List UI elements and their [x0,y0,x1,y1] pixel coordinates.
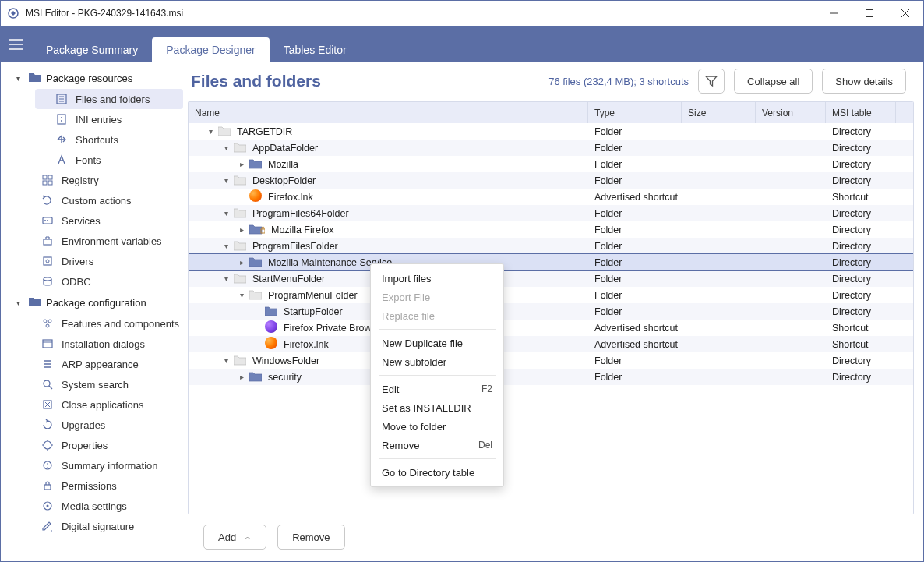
row-name: StartupFolder [284,306,343,317]
sidebar-item[interactable]: Registry [35,170,183,190]
hamburger-button[interactable] [1,26,32,62]
table-row[interactable]: Firefox.lnkAdvertised shortcutShortcut [189,336,913,352]
minimize-button[interactable] [816,1,852,26]
sidebar-item[interactable]: Properties [35,435,183,455]
maximize-button[interactable] [852,1,887,26]
tree-chevron[interactable]: ▾ [206,127,215,136]
row-icon [265,320,277,335]
tree-chevron[interactable]: ▾ [237,291,246,299]
sidebar-item[interactable]: ARP appearance [35,354,183,374]
tree-chevron[interactable]: ▸ [237,160,246,168]
row-icon [218,126,231,136]
column-type[interactable]: Type [588,102,682,123]
sidebar-item[interactable]: Files and folders [35,89,183,109]
tree-chevron[interactable]: ▾ [221,274,231,283]
nav-icon [41,338,54,350]
table-row[interactable]: ▾ProgramFiles64FolderFolderDirectory [189,205,913,221]
remove-button[interactable]: Remove [277,525,344,550]
sidebar-item[interactable]: INI entries [35,109,183,129]
table-row[interactable]: ▾DesktopFolderFolderDirectory [189,172,913,189]
menu-new-subfolder[interactable]: New subfolder [371,352,503,371]
row-table: Directory [826,290,896,301]
row-icon [249,159,262,169]
tree-chevron[interactable]: ▾ [221,356,231,365]
table-row[interactable]: StartupFolderFolderDirectory [189,303,913,320]
row-name: TARGETDIR [237,126,292,137]
svg-point-24 [46,260,49,263]
sidebar-item[interactable]: Drivers [35,251,183,271]
sidebar-item[interactable]: Digital signature [35,516,183,536]
tree-chevron[interactable]: ▾ [221,242,231,250]
tree-chevron[interactable]: ▸ [237,225,246,234]
sidebar-item[interactable]: Custom actions [35,190,183,210]
sidebar-item[interactable]: Shortcuts [35,129,183,150]
close-button[interactable] [887,1,923,26]
row-table: Directory [826,241,896,252]
menu-set-installdir[interactable]: Set as INSTALLDIR [371,398,503,417]
nav-label: Close applications [62,399,144,411]
table-row[interactable]: ▸MozillaFolderDirectory [189,156,913,172]
nav-group-label: Package configuration [46,297,146,309]
sidebar-item[interactable]: Permissions [35,475,183,496]
column-msi-table[interactable]: MSI table [826,102,896,123]
column-version[interactable]: Version [756,102,826,123]
column-size[interactable]: Size [682,102,756,123]
tab-package-designer[interactable]: Package Designer [152,37,269,62]
menu-edit[interactable]: EditF2 [371,380,503,398]
row-table: Directory [826,355,896,366]
filter-button[interactable] [698,69,725,94]
table-row[interactable]: ▸Mozilla Maintenance ServiceFolderDirect… [189,254,913,270]
table-row[interactable]: ▾ProgramMenuFolderFolderDirectory [189,287,913,303]
tree-chevron[interactable]: ▸ [237,373,246,381]
collapse-all-button[interactable]: Collapse all [734,69,813,94]
sidebar-item[interactable]: System search [35,374,183,394]
sidebar-item[interactable]: Media settings [35,496,183,516]
menu-new-duplicate-file[interactable]: New Duplicate file [371,334,503,352]
column-name[interactable]: Name [189,102,588,123]
table-row[interactable]: ▸Mozilla FirefoxFolderDirectory [189,221,913,238]
row-name: AppDataFolder [252,143,318,154]
sidebar-item[interactable]: Upgrades [35,415,183,435]
tree-chevron[interactable]: ▾ [221,176,231,185]
menu-goto-directory-table[interactable]: Go to Directory table [371,463,503,482]
menu-remove[interactable]: RemoveDel [371,436,503,454]
menu-import-files[interactable]: Import files [371,269,503,288]
row-icon [234,143,246,153]
row-name: ProgramFiles64Folder [252,208,349,219]
sidebar-item[interactable]: Services [35,210,183,231]
add-button[interactable]: Add ︿ [203,525,266,550]
nav-label: Summary information [62,460,158,472]
table-row[interactable]: ▾WindowsFolderFolderDirectory [189,352,913,369]
tab-tables-editor[interactable]: Tables Editor [270,37,361,62]
table-row[interactable]: ▾StartMenuFolderFolderDirectory [189,270,913,287]
row-name: StartMenuFolder [252,274,325,285]
tree-chevron[interactable]: ▾ [221,143,231,152]
table-row[interactable]: ▾ProgramFilesFolderFolderDirectory [189,238,913,254]
nav-group-config[interactable]: ▾ Package configuration [1,292,188,313]
table-row[interactable]: Firefox.lnkAdvertised shortcutShortcut [189,189,913,205]
row-name: Firefox.lnk [284,339,329,350]
table-row[interactable]: ▾AppDataFolderFolderDirectory [189,140,913,156]
show-details-button[interactable]: Show details [822,69,906,94]
sidebar-item[interactable]: ODBC [35,271,183,292]
table-row[interactable]: Firefox Private Browsing.lnkAdvertised s… [189,320,913,336]
table-row[interactable]: ▾TARGETDIRFolderDirectory [189,123,913,140]
sidebar-item[interactable]: Summary information [35,455,183,475]
row-type: Folder [588,355,682,366]
menu-move-to-folder[interactable]: Move to folder [371,417,503,436]
nav-icon [41,174,54,186]
tree-chevron[interactable]: ▾ [221,209,231,217]
tree-chevron[interactable]: ▸ [237,258,246,267]
row-icon [249,224,265,235]
sidebar-item[interactable]: Fonts [35,150,183,170]
sidebar-item[interactable]: Features and components [35,313,183,334]
sidebar-item[interactable]: Environment variables [35,231,183,251]
tab-package-summary[interactable]: Package Summary [32,37,152,62]
sidebar-item[interactable]: Installation dialogs [35,334,183,354]
nav-group-resources[interactable]: ▾ Package resources [1,67,188,89]
page-title: Files and folders [191,72,539,90]
row-table: Directory [826,257,896,268]
table-row[interactable]: ▸securityFolderDirectory [189,369,913,385]
app-icon [7,7,19,19]
sidebar-item[interactable]: Close applications [35,394,183,415]
